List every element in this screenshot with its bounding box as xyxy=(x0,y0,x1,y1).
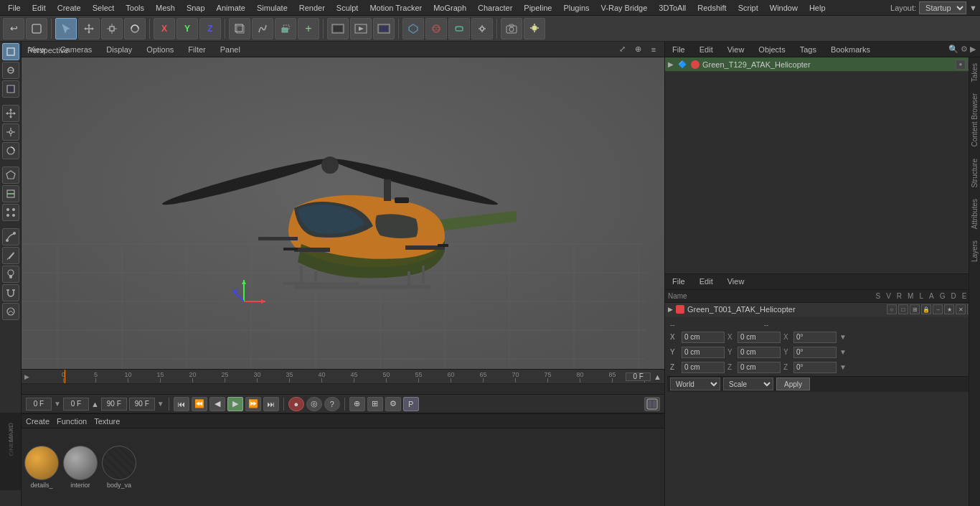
viewport-settings-icon[interactable]: ≡ xyxy=(647,43,660,56)
redo-button[interactable] xyxy=(26,18,47,39)
add-button[interactable]: + xyxy=(298,18,319,39)
menu-tools[interactable]: Tools xyxy=(121,2,149,14)
tab-layers[interactable]: Layers xyxy=(969,235,980,268)
tab-attributes[interactable]: Attributes xyxy=(969,193,980,235)
coord-y2-input[interactable] xyxy=(738,347,781,358)
material-item-details[interactable]: details_ xyxy=(24,446,59,489)
motion-key-button[interactable]: ? xyxy=(324,397,340,411)
generator-button[interactable] xyxy=(471,18,493,39)
mode-render[interactable] xyxy=(2,80,19,98)
viewport-expand-icon[interactable]: ⤢ xyxy=(616,43,628,56)
scale-button[interactable] xyxy=(101,18,123,39)
viewport[interactable]: View Cameras Display Options Filter Pane… xyxy=(22,42,664,369)
menu-mesh[interactable]: Mesh xyxy=(151,2,180,14)
viewport-move-icon[interactable]: ⊕ xyxy=(631,43,644,56)
spline-button[interactable] xyxy=(252,18,273,39)
mat-menu-function[interactable]: Function xyxy=(57,417,87,426)
om-content[interactable]: ▶ 🔷 Green_T129_ATAK_Helicopter ● + xyxy=(665,57,980,273)
om-settings-icon[interactable]: ⚙ xyxy=(961,44,968,54)
menu-help[interactable]: Help xyxy=(804,2,831,14)
menu-file[interactable]: File xyxy=(3,2,26,14)
om-menu-objects[interactable]: Objects xyxy=(755,44,788,55)
viewport-background[interactable]: Grid Spacing : 1000 cm xyxy=(22,57,664,369)
rotate-tool[interactable] xyxy=(2,142,19,159)
mat-menu-texture[interactable]: Texture xyxy=(94,417,120,426)
extrude-button[interactable] xyxy=(275,18,296,39)
menu-window[interactable]: Window xyxy=(765,2,803,14)
coord-y-arrow[interactable]: ▼ xyxy=(839,348,847,356)
edge-tool[interactable] xyxy=(2,185,19,202)
om-tag-btn-1[interactable]: ● xyxy=(956,60,966,70)
coord-z-arrow[interactable]: ▼ xyxy=(839,363,847,371)
om-menu-tags[interactable]: Tags xyxy=(797,44,819,55)
am-btn-star[interactable]: ★ xyxy=(944,304,954,314)
menu-animate[interactable]: Animate xyxy=(212,2,250,14)
fps-button[interactable] xyxy=(644,397,660,411)
am-menu-edit[interactable]: Edit xyxy=(697,276,716,287)
material-item-body[interactable]: body_va xyxy=(102,446,136,489)
am-menu-file[interactable]: File xyxy=(669,276,688,287)
object-3d-button[interactable] xyxy=(402,18,424,39)
om-menu-view[interactable]: View xyxy=(725,44,748,55)
coord-x2-input[interactable] xyxy=(738,332,781,343)
render-active-region-button[interactable] xyxy=(327,18,349,39)
om-menu-bookmarks[interactable]: Bookmarks xyxy=(828,44,873,55)
am-menu-view[interactable]: View xyxy=(725,276,748,287)
render-button[interactable] xyxy=(350,18,372,39)
tab-takes[interactable]: Takes xyxy=(969,57,980,88)
object-row-helicopter[interactable]: ▶ 🔷 Green_T129_ATAK_Helicopter ● + xyxy=(665,57,980,72)
am-btn-lock[interactable]: 🔒 xyxy=(921,304,931,314)
tab-structure[interactable]: Structure xyxy=(969,153,980,194)
point-tool[interactable] xyxy=(2,204,19,221)
current-frame-input[interactable] xyxy=(626,373,651,381)
preview-end-input[interactable] xyxy=(101,398,127,411)
menu-render[interactable]: Render xyxy=(294,2,330,14)
am-btn-img[interactable]: □ xyxy=(898,304,908,314)
spline-tool[interactable] xyxy=(2,228,19,245)
start-frame-input[interactable] xyxy=(26,398,52,411)
om-expand-icon[interactable]: ▶ xyxy=(668,60,674,68)
mat-menu-create[interactable]: Create xyxy=(26,417,50,426)
light-button[interactable] xyxy=(524,18,545,39)
move-button[interactable] xyxy=(78,18,100,39)
coord-z1-input[interactable] xyxy=(682,362,725,373)
play-back-button[interactable]: ◀ xyxy=(209,397,225,411)
timeline-ruler[interactable]: ▶ 0 5 10 15 20 25 30 35 40 45 50 55 60 6… xyxy=(22,370,664,384)
apply-button[interactable]: Apply xyxy=(776,378,810,390)
auto-key-button[interactable]: ◎ xyxy=(306,397,322,411)
menu-character[interactable]: Character xyxy=(473,2,517,14)
om-visibility-indicator[interactable] xyxy=(691,60,699,69)
coord-x3-input[interactable] xyxy=(793,332,837,343)
world-select[interactable]: World xyxy=(670,378,720,390)
om-menu-file[interactable]: File xyxy=(669,44,688,55)
menu-motion-tracker[interactable]: Motion Tracker xyxy=(364,2,427,14)
step-forward-button[interactable]: ⏩ xyxy=(245,397,261,411)
menu-vray[interactable]: V-Ray Bridge xyxy=(596,2,653,14)
mode-texture[interactable] xyxy=(2,62,19,79)
coord-x1-input[interactable] xyxy=(682,332,725,343)
undo-button[interactable]: ↩ xyxy=(3,18,24,39)
viewport-menu-cameras[interactable]: Cameras xyxy=(57,44,95,55)
menu-mograph[interactable]: MoGraph xyxy=(428,2,471,14)
sculpt-tool[interactable] xyxy=(2,303,19,320)
scale-tool[interactable] xyxy=(2,123,19,141)
coord-x-arrow[interactable]: ▼ xyxy=(839,333,847,341)
goto-end-button[interactable]: ⏭ xyxy=(263,397,279,411)
tab-content-browser[interactable]: Content Browser xyxy=(969,88,980,152)
axis-y-button[interactable]: Y xyxy=(176,18,198,39)
play-forward-button[interactable]: ▶ xyxy=(227,397,243,411)
menu-create[interactable]: Create xyxy=(52,2,86,14)
viewport-menu-options[interactable]: Options xyxy=(143,44,176,55)
layout-select[interactable]: Startup xyxy=(919,1,966,14)
am-btn-cross[interactable]: ✕ xyxy=(956,304,966,314)
material-item-interior[interactable]: interior xyxy=(63,446,98,489)
om-arrow-icon[interactable]: ▶ xyxy=(970,44,976,54)
preview-start-input[interactable] xyxy=(63,398,89,411)
menu-script[interactable]: Script xyxy=(733,2,763,14)
viewport-menu-filter[interactable]: Filter xyxy=(185,44,208,55)
menu-sculpt[interactable]: Sculpt xyxy=(331,2,364,14)
rotate-button[interactable] xyxy=(124,18,146,39)
om-menu-edit[interactable]: Edit xyxy=(697,44,716,55)
menu-snap[interactable]: Snap xyxy=(182,2,210,14)
menu-pipeline[interactable]: Pipeline xyxy=(519,2,557,14)
